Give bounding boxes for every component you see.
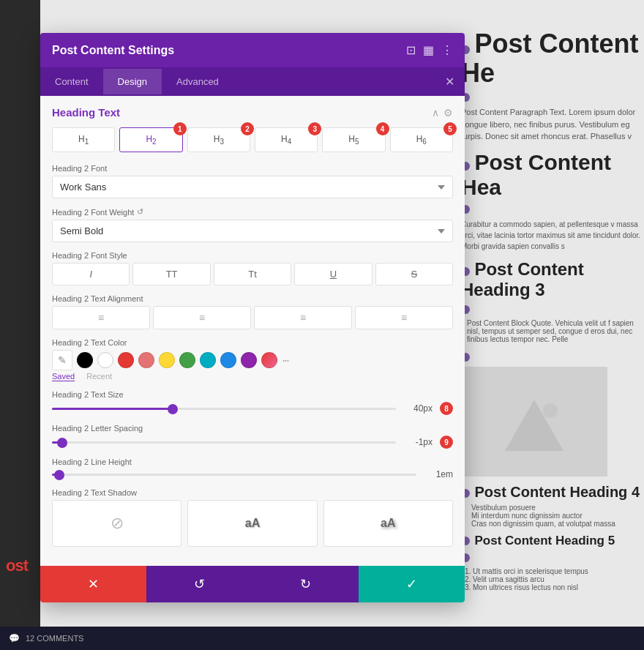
- heading2-letter-spacing-row: Heading 2 Letter Spacing -1px 9: [52, 424, 453, 449]
- h6-badge: 5: [443, 122, 457, 135]
- text-size-slider-track[interactable]: [52, 408, 396, 410]
- section-header: Heading Text ∧ ⚙: [52, 106, 453, 119]
- color-swatch-green[interactable]: [179, 352, 195, 368]
- letter-spacing-slider-thumb[interactable]: [57, 438, 67, 448]
- color-swatch-black[interactable]: [77, 352, 93, 368]
- preview-heading-5: Post Content Heading 5: [474, 534, 615, 548]
- panel-footer: ✕ ↺ ↻ ✓: [40, 566, 465, 602]
- h3-badge: 2: [241, 122, 254, 135]
- heading2-line-height-row: Heading 2 Line Height 1em: [52, 457, 453, 479]
- preview-image-placeholder: [461, 367, 607, 477]
- color-swatch-yellow[interactable]: [159, 352, 175, 368]
- color-swatch-blue[interactable]: [220, 352, 236, 368]
- bottom-bar: 💬 12 COMMENTS: [0, 627, 644, 650]
- style-strikethrough[interactable]: S: [375, 263, 453, 285]
- settings-icon[interactable]: ⚙: [443, 107, 453, 119]
- heading2-letter-spacing-label: Heading 2 Letter Spacing: [52, 424, 453, 433]
- style-uppercase[interactable]: TT: [132, 263, 210, 285]
- shadow-none-btn[interactable]: ⊘: [52, 500, 181, 547]
- heading-btn-h1[interactable]: H1: [52, 127, 115, 152]
- shadow-light-btn[interactable]: aA: [187, 500, 317, 547]
- preview-para-2: Curabitur a commodo sapien, at pellentes…: [461, 219, 644, 252]
- letter-spacing-slider-track[interactable]: [52, 441, 396, 444]
- heading2-font-label: Heading 2 Font: [52, 164, 453, 173]
- list-item-2: Mi interdum nunc dignissim auctor: [471, 512, 644, 520]
- text-size-value: 40px: [403, 403, 433, 414]
- align-left[interactable]: ≡: [52, 306, 150, 329]
- heading-btn-h2[interactable]: H2 1: [119, 127, 182, 152]
- color-picker-button[interactable]: ✎: [52, 350, 72, 370]
- letter-spacing-slider-row: -1px 9: [52, 436, 453, 449]
- panel-header: Post Content Settings ⊡ ▦ ⋮: [40, 33, 465, 67]
- line-height-slider-thumb[interactable]: [54, 470, 64, 480]
- color-swatch-cyan[interactable]: [200, 352, 216, 368]
- section-header-icons: ∧ ⚙: [432, 107, 453, 119]
- heading2-text-shadow-label: Heading 2 Text Shadow: [52, 488, 453, 497]
- style-capitalize[interactable]: Tt: [214, 263, 291, 285]
- heading2-line-height-label: Heading 2 Line Height: [52, 457, 453, 466]
- undo-button[interactable]: ↺: [146, 566, 252, 602]
- preview-para-1: Post Content Paragraph Text. Lorem ipsum…: [461, 106, 644, 143]
- more-icon[interactable]: ⋮: [441, 43, 453, 57]
- panel-close-button[interactable]: ✕: [435, 67, 465, 96]
- preview-heading-2: Post Content Hea: [461, 150, 611, 199]
- heading-btn-h6[interactable]: H6 5: [390, 127, 453, 152]
- text-size-slider-thumb[interactable]: [168, 404, 178, 414]
- tab-design[interactable]: Design: [103, 69, 162, 94]
- heading2-font-weight-label: Heading 2 Font Weight ↺: [52, 207, 453, 217]
- align-right[interactable]: ≡: [254, 306, 352, 329]
- redo-button[interactable]: ↻: [252, 566, 359, 602]
- letter-spacing-badge: 9: [440, 436, 453, 449]
- text-size-slider-fill: [52, 408, 173, 410]
- preview-heading-1: Post Content He: [461, 29, 638, 88]
- sidebar-label: ost: [0, 0, 40, 575]
- heading2-text-size-label: Heading 2 Text Size: [52, 390, 453, 399]
- collapse-icon[interactable]: ∧: [432, 107, 439, 119]
- tab-content[interactable]: Content: [40, 69, 103, 94]
- style-italic[interactable]: I: [52, 263, 130, 285]
- color-swatch-purple[interactable]: [241, 352, 257, 368]
- weight-reset-icon[interactable]: ↺: [137, 207, 143, 217]
- color-tab-saved[interactable]: Saved: [52, 372, 75, 381]
- color-more-button[interactable]: ···: [282, 354, 288, 367]
- line-height-slider-row: 1em: [52, 469, 453, 479]
- expand-icon[interactable]: ⊡: [406, 43, 416, 57]
- color-swatch-gradient[interactable]: [261, 352, 277, 368]
- color-swatch-lightred[interactable]: [138, 352, 154, 368]
- sidebar-hint: ost: [0, 0, 40, 650]
- h4-badge: 3: [308, 122, 321, 135]
- list-item-1: Vestibulum posuere: [471, 504, 644, 512]
- line-height-value: 1em: [424, 469, 453, 479]
- heading2-text-shadow-row: Heading 2 Text Shadow ⊘ aA aA: [52, 488, 453, 547]
- columns-icon[interactable]: ▦: [423, 43, 434, 57]
- heading-btn-h4[interactable]: H4 3: [255, 127, 318, 152]
- heading2-text-alignment-label: Heading 2 Text Alignment: [52, 294, 453, 303]
- save-button[interactable]: ✓: [359, 566, 465, 602]
- comments-count: 12 COMMENTS: [26, 634, 83, 643]
- style-underline[interactable]: U: [294, 263, 372, 285]
- ordered-item-3: Mon ultrices risus lectus non nisl: [473, 583, 644, 591]
- align-center[interactable]: ≡: [153, 306, 251, 329]
- color-swatch-white[interactable]: [97, 352, 113, 368]
- color-tab-recent[interactable]: Recent: [86, 372, 112, 381]
- heading2-font-style-row: Heading 2 Font Style I TT Tt U S: [52, 251, 453, 285]
- h2-badge: 1: [173, 122, 187, 135]
- heading-btn-h3[interactable]: H3 2: [187, 127, 250, 152]
- comments-icon: 💬: [9, 633, 20, 643]
- heading-btn-h5[interactable]: H5 4: [322, 127, 385, 152]
- letter-spacing-value: -1px: [403, 437, 433, 447]
- section-title: Heading Text: [52, 106, 120, 119]
- shadow-heavy-btn[interactable]: aA: [323, 500, 453, 547]
- preview-ordered-list: Ut mattis orci in scelerisque tempus Vel…: [461, 567, 644, 591]
- svg-point-1: [543, 403, 558, 418]
- preview-panel: Post Content He Post Content Paragraph T…: [461, 29, 644, 591]
- heading2-font-row: Heading 2 Font Work Sans: [52, 164, 453, 198]
- line-height-slider-track[interactable]: [52, 474, 416, 476]
- tab-advanced[interactable]: Advanced: [162, 69, 233, 94]
- cancel-button[interactable]: ✕: [40, 566, 146, 602]
- heading2-text-color-label: Heading 2 Text Color: [52, 338, 453, 347]
- align-justify[interactable]: ≡: [355, 306, 453, 329]
- heading2-font-select[interactable]: Work Sans: [52, 176, 453, 198]
- heading2-font-weight-select[interactable]: Semi Bold: [52, 220, 453, 242]
- color-swatch-red[interactable]: [118, 352, 134, 368]
